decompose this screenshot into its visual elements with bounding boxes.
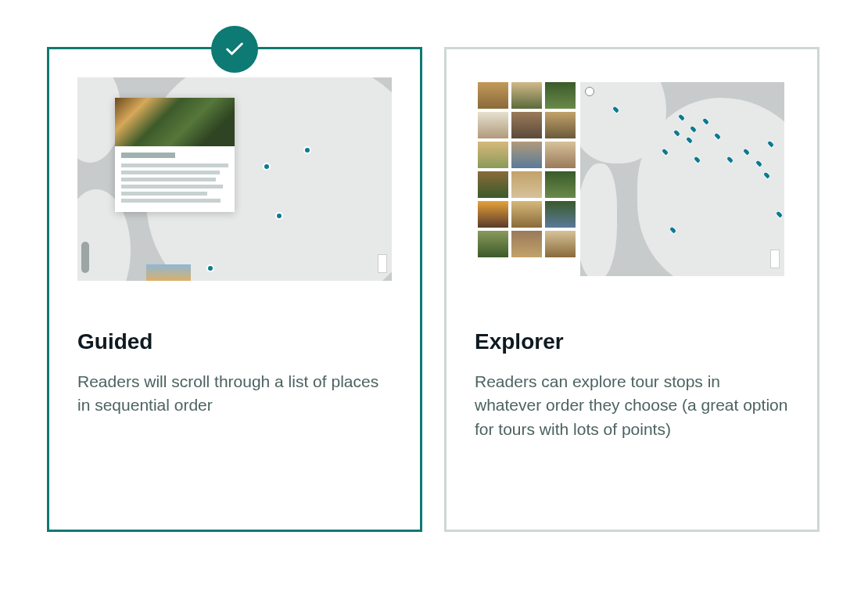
option-title-guided: Guided (77, 329, 392, 354)
thumbnail-grid (478, 82, 576, 276)
layout-options: Guided Readers will scroll through a lis… (47, 47, 821, 532)
thumbnail (511, 82, 542, 109)
thumbnail (478, 82, 508, 109)
thumbnail (478, 201, 508, 228)
option-description-explorer: Readers can explore tour stops in whatev… (475, 370, 789, 441)
thumbnail (511, 201, 542, 228)
thumbnail (545, 142, 576, 168)
map-pin-icon (275, 212, 283, 220)
zoom-control-icon (378, 254, 387, 273)
selected-check-icon (211, 26, 258, 73)
preview-guided (77, 77, 392, 281)
map-pin-icon (206, 264, 214, 272)
preview-explorer (475, 77, 789, 281)
thumbnail (545, 231, 576, 257)
thumbnail (545, 112, 576, 138)
story-photo (115, 98, 235, 146)
thumbnail (511, 171, 542, 198)
thumbnail (545, 171, 576, 198)
option-card-guided[interactable]: Guided Readers will scroll through a lis… (47, 47, 422, 532)
thumbnail (478, 171, 508, 198)
world-map (580, 82, 784, 276)
scroll-control-icon (81, 242, 89, 273)
thumbnail (478, 112, 508, 138)
thumbnail (511, 112, 542, 138)
next-story-photo (146, 264, 190, 281)
option-description-guided: Readers will scroll through a list of pl… (77, 370, 392, 418)
thumbnail (511, 231, 542, 257)
thumbnail (478, 231, 508, 257)
thumbnail (478, 142, 508, 168)
thumbnail (545, 201, 576, 228)
thumbnail (511, 142, 542, 168)
thumbnail (545, 82, 576, 109)
option-card-explorer[interactable]: Explorer Readers can explore tour stops … (444, 47, 820, 532)
option-title-explorer: Explorer (475, 329, 789, 354)
zoom-control-icon (770, 250, 780, 268)
story-panel (115, 98, 235, 212)
